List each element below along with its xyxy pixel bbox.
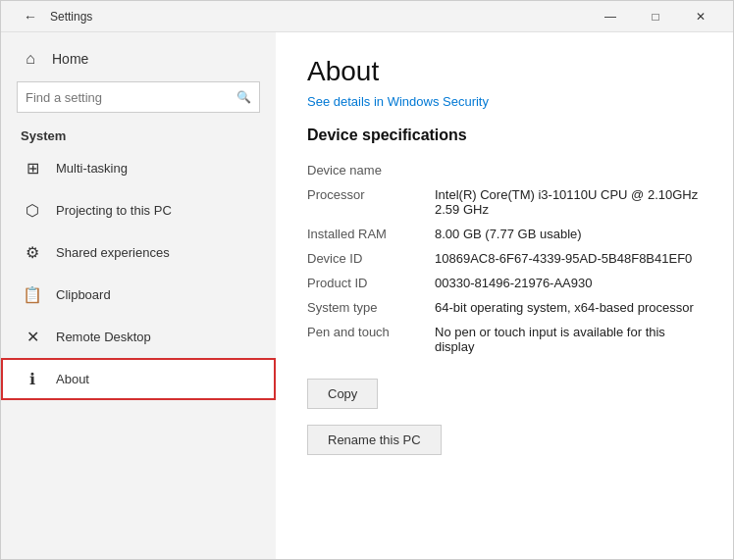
sidebar-item-remote[interactable]: ✕ Remote Desktop [1,316,276,358]
remote-icon: ✕ [23,328,42,346]
spec-table: Device name Processor Intel(R) Core(TM) … [307,158,702,359]
spec-value: 64-bit operating system, x64-based proce… [435,295,702,320]
sidebar-section-label: System [1,123,276,147]
copy-button[interactable]: Copy [307,379,378,409]
maximize-button[interactable]: □ [633,1,678,32]
sidebar-item-projecting[interactable]: ⬡ Projecting to this PC [1,189,276,231]
buttons-row-2: Rename this PC [307,425,702,465]
sidebar-item-home[interactable]: ⌂ Home [1,42,276,76]
table-row: Device ID 10869AC8-6F67-4339-95AD-5B48F8… [307,246,702,271]
sidebar-item-label: Projecting to this PC [56,203,172,218]
spec-label: Device name [307,158,435,182]
rename-button[interactable]: Rename this PC [307,425,442,455]
sidebar-item-label: Shared experiences [56,245,170,260]
search-box: 🔍 [17,81,260,113]
sidebar-item-multitasking[interactable]: ⊞ Multi-tasking [1,147,276,189]
close-button[interactable]: ✕ [678,1,723,32]
search-input[interactable] [26,90,236,105]
home-label: Home [52,51,88,67]
minimize-button[interactable]: — [588,1,633,32]
sidebar-item-shared[interactable]: ⚙ Shared experiences [1,231,276,274]
spec-label: System type [307,295,435,320]
sidebar-item-label: Multi-tasking [56,161,128,176]
clipboard-icon: 📋 [23,285,42,304]
multitasking-icon: ⊞ [23,159,42,178]
shared-icon: ⚙ [23,243,42,262]
about-icon: ℹ [23,370,42,388]
spec-value: 8.00 GB (7.77 GB usable) [435,222,702,246]
table-row: Installed RAM 8.00 GB (7.77 GB usable) [307,222,702,246]
sidebar-item-label: About [56,372,89,386]
spec-value [435,158,702,182]
home-icon: ⌂ [21,50,40,68]
content-area: ⌂ Home 🔍 System ⊞ Multi-tasking ⬡ Projec… [1,32,733,559]
back-button[interactable]: ← [11,1,50,32]
window-controls: — □ ✕ [588,1,723,32]
table-row: Product ID 00330-81496-21976-AA930 [307,271,702,295]
sidebar-item-about[interactable]: ℹ About [1,358,276,400]
spec-label: Pen and touch [307,320,435,359]
table-row: System type 64-bit operating system, x64… [307,295,702,320]
settings-window: ← Settings — □ ✕ ⌂ Home 🔍 System ⊞ Multi… [0,0,734,560]
sidebar-item-clipboard[interactable]: 📋 Clipboard [1,274,276,316]
spec-label: Product ID [307,271,435,295]
sidebar-item-label: Clipboard [56,287,111,302]
spec-value: 00330-81496-21976-AA930 [435,271,702,295]
projecting-icon: ⬡ [23,201,42,220]
spec-value: 10869AC8-6F67-4339-95AD-5B48F8B41EF0 [435,246,702,271]
device-section-title: Device specifications [307,127,702,144]
search-icon: 🔍 [236,90,251,104]
titlebar: ← Settings — □ ✕ [1,1,733,32]
main-content: About See details in Windows Security De… [276,32,733,559]
page-title: About [307,56,702,87]
spec-label: Device ID [307,246,435,271]
spec-value: Intel(R) Core(TM) i3-10110U CPU @ 2.10GH… [435,182,702,222]
spec-label: Installed RAM [307,222,435,246]
spec-label: Processor [307,182,435,222]
security-link[interactable]: See details in Windows Security [307,94,489,109]
table-row: Processor Intel(R) Core(TM) i3-10110U CP… [307,182,702,222]
table-row: Pen and touch No pen or touch input is a… [307,320,702,359]
window-title: Settings [50,10,588,24]
buttons-row: Copy [307,379,702,419]
sidebar: ⌂ Home 🔍 System ⊞ Multi-tasking ⬡ Projec… [1,32,276,559]
table-row: Device name [307,158,702,182]
sidebar-item-label: Remote Desktop [56,330,151,344]
spec-value: No pen or touch input is available for t… [435,320,702,359]
